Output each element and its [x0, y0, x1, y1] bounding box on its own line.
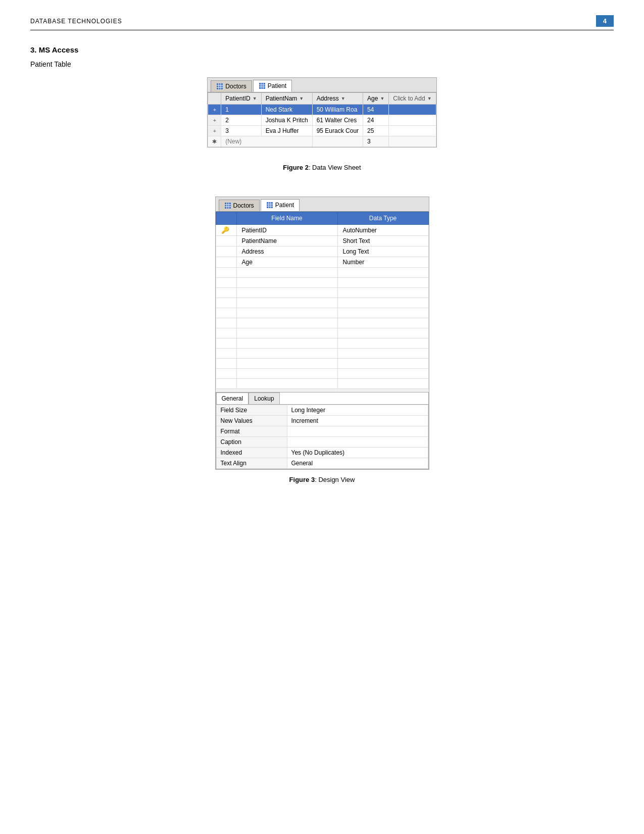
primary-key-icon: 🔑: [221, 226, 229, 234]
pk-cell: 🔑: [216, 225, 236, 236]
cell-age-1[interactable]: 54: [363, 105, 389, 115]
expand-icon-2[interactable]: +: [213, 117, 216, 123]
cell-new-id: 3: [363, 136, 389, 147]
design-empty-row: [216, 379, 428, 389]
tab-doctors-label: Doctors: [225, 83, 246, 90]
table-row[interactable]: + 3 Eva J Huffer 95 Eurack Cour 25: [208, 126, 436, 136]
design-row-patientname[interactable]: PatientName Short Text: [216, 236, 428, 247]
field-patientname[interactable]: PatientName: [236, 236, 337, 247]
cell-age-3[interactable]: 25: [363, 126, 389, 136]
figure3-block: Doctors Patient: [30, 197, 614, 499]
tab-doctors-design-label: Doctors: [233, 202, 254, 209]
props-label-newvalues: New Values: [216, 416, 287, 426]
patientid-dropdown-icon[interactable]: ▼: [253, 96, 257, 101]
cell-name-2[interactable]: Joshua K Pritch: [261, 115, 312, 126]
sub-heading: Patient Table: [30, 60, 614, 68]
design-empty-row: [216, 308, 428, 318]
row-selector-new: ✱: [208, 136, 221, 147]
col-header-age: Age ▼: [363, 93, 389, 105]
clicktoadd-dropdown-icon[interactable]: ▼: [427, 96, 432, 101]
props-row-newvalues: New Values Increment: [216, 416, 428, 426]
cell-extra-1: [389, 105, 436, 115]
props-label-textalign: Text Align: [216, 458, 287, 469]
age-dropdown-icon[interactable]: ▼: [380, 96, 384, 101]
props-value-format[interactable]: [287, 426, 428, 437]
tab-doctors-dataview[interactable]: Doctors: [211, 80, 252, 92]
cell-new-extra: [389, 136, 436, 147]
type-age: Number: [337, 257, 428, 268]
props-value-newvalues[interactable]: Increment: [287, 416, 428, 426]
tab-patient-label-dataview: Patient: [268, 82, 286, 89]
expand-icon-1[interactable]: +: [213, 107, 216, 113]
indicator-address: [216, 247, 236, 257]
new-row-asterisk: ✱: [212, 138, 217, 144]
cell-address-2[interactable]: 61 Walter Cres: [312, 115, 363, 126]
props-value-caption[interactable]: [287, 437, 428, 448]
col-header-address: Address ▼: [312, 93, 363, 105]
tab-patient-design[interactable]: Patient: [261, 199, 300, 211]
data-table-wrapper: PatientID ▼ PatientNam ▼: [208, 92, 436, 147]
address-dropdown-icon[interactable]: ▼: [341, 96, 345, 101]
svg-rect-10: [225, 203, 231, 209]
table-row[interactable]: + 2 Joshua K Pritch 61 Walter Cres 24: [208, 115, 436, 126]
figure2-block: Doctors Patient: [30, 77, 614, 186]
header-title: DATABASE TECHNOLOGIES: [30, 18, 122, 25]
col-header-patientid: PatientID ▼: [221, 93, 261, 105]
cell-patientid-1[interactable]: 1: [221, 105, 261, 115]
design-empty-row: [216, 359, 428, 369]
field-address[interactable]: Address: [236, 247, 337, 257]
tab-bar-designview: Doctors Patient: [216, 197, 429, 211]
tab-patient-dataview[interactable]: Patient: [253, 80, 292, 92]
cell-patientid-2[interactable]: 2: [221, 115, 261, 126]
field-age[interactable]: Age: [236, 257, 337, 268]
svg-rect-15: [267, 202, 273, 208]
design-table-wrapper: Field Name Data Type 🔑 PatientID AutoNum…: [216, 211, 429, 389]
table-row[interactable]: + 1 Ned Stark 50 William Roa 54: [208, 105, 436, 115]
data-table: PatientID ▼ PatientNam ▼: [208, 92, 436, 147]
props-value-indexed[interactable]: Yes (No Duplicates): [287, 448, 428, 458]
design-table: Field Name Data Type 🔑 PatientID AutoNum…: [216, 212, 429, 389]
properties-panel: General Lookup Field Size Long Integer N…: [216, 392, 429, 469]
props-tab-lookup[interactable]: Lookup: [249, 393, 279, 404]
cell-patientid-3[interactable]: 3: [221, 126, 261, 136]
props-row-fieldsize: Field Size Long Integer: [216, 405, 428, 416]
tab-patient-design-label: Patient: [275, 202, 294, 209]
cell-extra-2: [389, 115, 436, 126]
cell-name-1[interactable]: Ned Stark: [261, 105, 312, 115]
props-tab-general[interactable]: General: [216, 393, 249, 404]
col-header-clicktoadd[interactable]: Click to Add ▼: [389, 93, 436, 105]
props-row-indexed: Indexed Yes (No Duplicates): [216, 448, 428, 458]
table-icon-patient-dataview: [259, 82, 266, 89]
table-row-new[interactable]: ✱ (New) 3: [208, 136, 436, 147]
page-number: 4: [596, 15, 614, 27]
table-icon-patient-design: [266, 202, 273, 209]
cell-address-1[interactable]: 50 William Roa: [312, 105, 363, 115]
tab-doctors-design[interactable]: Doctors: [219, 200, 260, 211]
props-label-indexed: Indexed: [216, 448, 287, 458]
figure2-caption: Figure 2: Data View Sheet: [283, 164, 361, 171]
cell-new-label: (New): [221, 136, 312, 147]
cell-address-3[interactable]: 95 Eurack Cour: [312, 126, 363, 136]
props-value-fieldsize[interactable]: Long Integer: [287, 405, 428, 416]
design-empty-row: [216, 338, 428, 349]
design-empty-row: [216, 268, 428, 278]
design-empty-row: [216, 318, 428, 328]
field-patientid[interactable]: PatientID: [236, 225, 337, 236]
patientname-dropdown-icon[interactable]: ▼: [299, 96, 304, 101]
props-value-textalign[interactable]: General: [287, 458, 428, 469]
design-row-address[interactable]: Address Long Text: [216, 247, 428, 257]
row-selector-2: +: [208, 115, 221, 126]
props-row-format: Format: [216, 426, 428, 437]
type-patientname: Short Text: [337, 236, 428, 247]
expand-icon-3[interactable]: +: [213, 128, 216, 134]
cell-age-2[interactable]: 24: [363, 115, 389, 126]
row-selector-1: +: [208, 105, 221, 115]
design-row-age[interactable]: Age Number: [216, 257, 428, 268]
design-empty-row: [216, 298, 428, 308]
col-header-indicator: [216, 212, 236, 225]
design-empty-row: [216, 288, 428, 298]
cell-name-3[interactable]: Eva J Huffer: [261, 126, 312, 136]
design-row-patientid[interactable]: 🔑 PatientID AutoNumber: [216, 225, 428, 236]
table-icon-doctors-design: [224, 202, 231, 209]
design-empty-row: [216, 349, 428, 359]
